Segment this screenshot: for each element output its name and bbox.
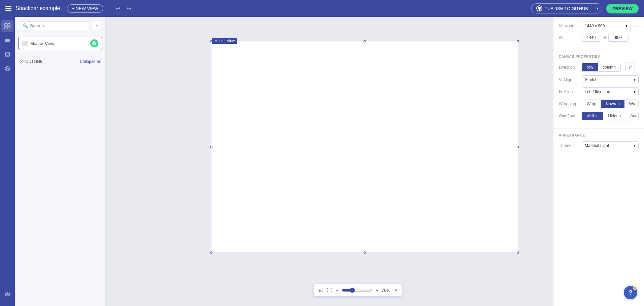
handle-top-right[interactable] <box>517 40 519 42</box>
svg-point-10 <box>8 68 9 69</box>
left-icon-sidebar <box>0 17 15 306</box>
viewport-row: Viewport 1440 x 900 ▾ ⋯ <box>559 22 639 30</box>
handle-mid-left[interactable] <box>210 146 212 148</box>
h-label: H <box>603 35 606 40</box>
direction-column-button[interactable]: column <box>598 63 620 71</box>
view-settings-icon[interactable] <box>90 39 98 47</box>
publish-button-group: PUBLISH TO GITHUB ▾ <box>531 3 602 13</box>
h-align-label: H. Align <box>559 89 579 94</box>
canvas-frame <box>211 41 518 253</box>
v-align-select[interactable]: Stretch ▾ <box>582 75 639 84</box>
viewport-select[interactable]: 1440 x 900 ▾ <box>582 22 631 30</box>
h-align-value: Left / flex-start <box>585 89 610 94</box>
direction-row-button[interactable]: row <box>582 63 598 71</box>
w-label: W <box>559 35 579 40</box>
overflow-label: Overflow <box>559 114 579 118</box>
app-title: Snackbar example <box>15 5 60 11</box>
view-item-label: Master View <box>30 41 88 46</box>
viewport-options-button[interactable]: ⋯ <box>633 23 639 29</box>
topbar-divider <box>109 4 109 12</box>
v-align-value: Stretch <box>585 77 598 82</box>
nowrap-button[interactable]: Nowrap <box>601 100 624 108</box>
collapse-all-link[interactable]: Collapse all <box>80 59 101 64</box>
wrap-button[interactable]: Wrap <box>582 100 601 108</box>
svg-point-7 <box>5 52 9 54</box>
zoom-slider[interactable] <box>342 288 372 293</box>
wrapping-row: Wrapping Wrap Nowrap WrapRe... <box>559 100 639 108</box>
visible-button[interactable]: Visible <box>582 112 603 120</box>
zoom-level-label: 70% <box>381 288 392 293</box>
topbar: Snackbar example + NEW VIEW ↩ ↪ PUBLISH … <box>0 0 644 17</box>
new-view-button[interactable]: + NEW VIEW <box>67 4 103 13</box>
undo-icon[interactable]: ↩ <box>114 4 122 13</box>
svg-rect-4 <box>5 39 10 40</box>
zoom-bar: ⊡ ⛶ − + 70% ▾ <box>313 284 402 297</box>
sidebar-icon-components[interactable] <box>1 20 13 32</box>
preview-label: PREVIEW <box>612 6 633 11</box>
zoom-fit-button[interactable]: ⊡ <box>318 287 324 294</box>
viewport-dimensions-row: W H <box>559 34 639 42</box>
help-notification-dot <box>633 286 637 290</box>
handle-top-mid[interactable] <box>364 40 366 42</box>
handle-bottom-left[interactable] <box>210 252 212 254</box>
right-panel: Viewport 1440 x 900 ▾ ⋯ W H CANVAS PROPE… <box>553 17 644 306</box>
wrapping-label: Wrapping <box>559 102 579 106</box>
wrapreverse-button[interactable]: WrapRe... <box>624 100 639 108</box>
theme-select[interactable]: Material Light ▾ <box>582 141 639 150</box>
theme-label: Theme <box>559 143 579 148</box>
outline-section: OUTLINE Collapse all <box>15 56 105 67</box>
direction-swap-button[interactable]: ⇄ <box>625 63 635 72</box>
wrapping-button-group: Wrap Nowrap WrapRe... <box>582 100 639 108</box>
sidebar-icon-data[interactable] <box>1 48 13 61</box>
zoom-chevron-icon[interactable]: ▾ <box>395 288 397 293</box>
search-area: 🔍 ＋ <box>15 17 105 33</box>
sidebar-icon-layers[interactable] <box>1 34 13 46</box>
publish-dropdown-button[interactable]: ▾ <box>593 4 602 12</box>
viewport-label: Viewport <box>559 24 579 28</box>
zoom-in-button[interactable]: + <box>375 287 379 294</box>
search-input-wrap: 🔍 <box>19 21 90 30</box>
canvas-props-title: CANVAS PROPERTIES <box>559 55 639 59</box>
viewport-chevron-icon: ▾ <box>625 24 628 28</box>
svg-rect-6 <box>5 41 10 42</box>
auto-button[interactable]: Auto <box>625 112 639 120</box>
menu-icon[interactable] <box>5 6 11 11</box>
handle-bottom-mid[interactable] <box>364 252 366 254</box>
direction-button-group: row column <box>582 63 621 72</box>
zoom-out-button[interactable]: − <box>335 287 339 294</box>
width-input[interactable] <box>581 34 601 42</box>
add-view-button[interactable]: ＋ <box>92 21 101 30</box>
canvas-area: Master View <box>106 17 553 306</box>
hidden-button[interactable]: Hidden <box>603 112 625 120</box>
sidebar-icon-theme[interactable] <box>1 63 13 75</box>
theme-row: Theme Material Light ▾ <box>559 141 639 150</box>
master-view-item[interactable]: ⬜ Master View <box>18 37 102 50</box>
publish-label: PUBLISH TO GITHUB <box>544 6 588 11</box>
redo-icon[interactable]: ↪ <box>126 4 133 13</box>
h-align-select[interactable]: Left / flex-start ▾ <box>582 87 639 96</box>
svg-rect-1 <box>8 24 10 26</box>
svg-rect-5 <box>5 40 10 41</box>
zoom-fullscreen-button[interactable]: ⛶ <box>326 287 332 294</box>
publish-to-github-button[interactable]: PUBLISH TO GITHUB <box>532 4 593 13</box>
handle-bottom-right[interactable] <box>517 252 519 254</box>
handle-mid-right[interactable] <box>517 146 519 148</box>
canvas-properties-section: CANVAS PROPERTIES Direction row column ⇄… <box>553 50 644 129</box>
search-input[interactable] <box>30 23 86 28</box>
h-align-row: H. Align Left / flex-start ▾ <box>559 87 639 96</box>
help-button[interactable]: ? <box>624 286 637 299</box>
viewport-value: 1440 x 900 <box>585 24 605 28</box>
preview-button[interactable]: PREVIEW <box>606 4 639 13</box>
theme-chevron-icon: ▾ <box>634 143 636 148</box>
outline-title: OUTLINE <box>20 59 43 64</box>
panel-divider <box>15 55 105 55</box>
sidebar-icon-layers-bottom[interactable] <box>1 289 13 301</box>
overflow-row: Overflow Visible Hidden Auto <box>559 112 639 120</box>
github-icon <box>536 5 542 11</box>
views-list: ⬜ Master View <box>15 33 105 53</box>
v-align-chevron-icon: ▾ <box>634 77 636 82</box>
direction-row: Direction row column ⇄ <box>559 63 639 72</box>
height-input[interactable] <box>608 34 629 42</box>
master-view-label: Master View <box>212 38 237 44</box>
v-align-row: V. Align Stretch ▾ <box>559 75 639 84</box>
